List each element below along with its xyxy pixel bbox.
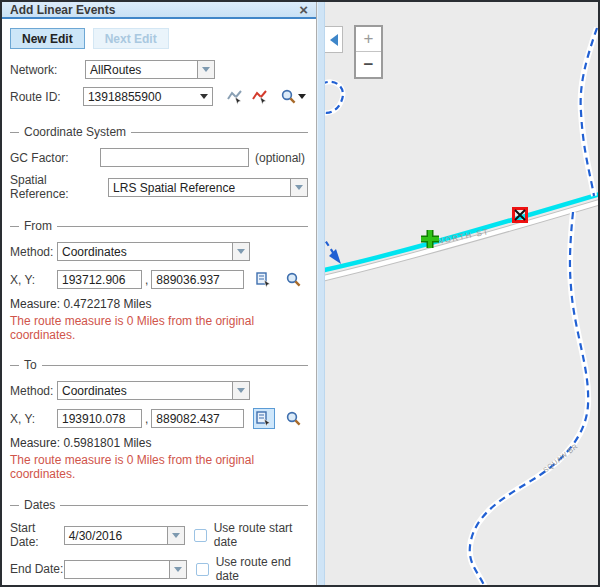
route-id-label: Route ID: [10,90,83,104]
zoom-out-button[interactable]: − [356,52,381,77]
gc-factor-input[interactable] [100,148,249,167]
coordinate-system-legend-text: Coordinate System [24,125,126,139]
spatial-reference-label: Spatial Reference: [10,173,99,201]
gc-factor-label: GC Factor: [10,151,100,165]
next-edit-button: Next Edit [93,28,169,49]
map-canvas: NORTH ST SQUAW BR [325,2,598,585]
from-method-value: Coordinates [58,243,232,260]
use-route-start-date-checkbox[interactable] [194,529,207,542]
start-date-dropdown-button[interactable] [167,527,184,544]
close-icon[interactable]: × [299,2,308,17]
chevron-down-icon[interactable] [200,94,208,99]
map-view[interactable]: NORTH ST SQUAW BR [325,2,598,585]
select-route-on-map-button[interactable] [224,86,245,107]
from-xy-label: X, Y: [10,273,57,287]
from-x-input[interactable] [57,270,142,289]
to-xy-label: X, Y: [10,412,57,426]
route-id-input[interactable] [84,90,200,104]
end-date-label: End Date: [10,562,64,576]
clear-route-selection-button[interactable] [249,86,270,107]
network-row: Network: AllRoutes [10,60,308,79]
to-measure-label: Measure: [10,436,60,450]
chevron-down-icon [295,185,303,190]
network-select[interactable]: AllRoutes [85,60,215,79]
dates-legend: Dates [10,498,308,512]
from-legend: From [10,219,308,233]
to-xy-row: X, Y: , [10,408,308,429]
coordinate-picker-icon [256,272,272,288]
to-method-row: Method: Coordinates [10,381,308,400]
end-date-row: End Date: Use route end date [10,555,308,583]
to-method-select[interactable]: Coordinates [57,381,250,400]
end-date-dropdown-button[interactable] [169,561,186,578]
magnifier-icon [286,411,301,426]
network-value: AllRoutes [86,61,197,78]
from-measure-value: 0.4722178 Miles [63,297,151,311]
from-pick-location-button[interactable] [253,269,275,290]
stream-name-label: SQUAW BR [542,442,580,474]
chevron-left-icon [330,34,338,46]
spatial-reference-row: Spatial Reference: LRS Spatial Reference [10,173,308,201]
stream-arrow-icon [329,249,341,264]
chevron-down-icon[interactable] [298,94,306,99]
optional-hint: (optional) [255,151,305,165]
stream-halo [470,212,588,585]
from-zoom-to-location-button[interactable] [282,269,304,290]
magnifier-icon [286,272,301,287]
start-date-select[interactable]: 4/30/2016 [64,526,185,545]
route-picker-icon [227,89,243,105]
end-date-select[interactable] [64,560,186,579]
from-method-dropdown-button[interactable] [232,243,249,260]
magnifier-icon [281,89,296,104]
to-y-input[interactable] [151,409,244,428]
chevron-down-icon [172,533,180,538]
from-method-select[interactable]: Coordinates [57,242,250,261]
add-linear-events-panel: Add Linear Events × New Edit Next Edit N… [2,2,317,585]
collapse-panel-button[interactable] [325,26,343,53]
route-id-row: Route ID: [10,86,308,107]
route-id-combo[interactable] [83,87,213,106]
panel-body: New Edit Next Edit Network: AllRoutes Ro… [2,19,316,587]
zoom-to-route-button[interactable] [279,86,308,107]
dates-legend-text: Dates [24,498,55,512]
spatial-reference-select[interactable]: LRS Spatial Reference [108,178,308,197]
app-window: Add Linear Events × New Edit Next Edit N… [0,0,600,587]
to-method-label: Method: [10,384,57,398]
from-method-row: Method: Coordinates [10,242,308,261]
panel-header: Add Linear Events × [2,2,316,19]
panel-map-splitter[interactable] [317,2,325,585]
network-dropdown-button[interactable] [197,61,214,78]
to-method-value: Coordinates [58,382,232,399]
xy-separator: , [145,412,148,426]
chevron-down-icon [237,249,245,254]
new-edit-button[interactable]: New Edit [10,28,85,49]
start-date-label: Start Date: [10,521,64,549]
from-legend-text: From [24,219,52,233]
end-date-value [65,561,168,578]
start-date-row: Start Date: 4/30/2016 Use route start da… [10,521,308,549]
from-y-input[interactable] [151,270,244,289]
use-route-end-date-checkbox[interactable] [196,563,209,576]
route-picker-red-icon [252,89,268,105]
from-xy-row: X, Y: , [10,269,308,290]
use-route-start-date-label: Use route start date [214,521,308,549]
to-x-input[interactable] [57,409,142,428]
start-date-value: 4/30/2016 [65,527,167,544]
from-method-label: Method: [10,245,57,259]
to-warning: The route measure is 0 Miles from the or… [10,453,308,481]
panel-title: Add Linear Events [10,3,299,17]
to-pick-location-button[interactable] [253,408,275,429]
from-measure-label: Measure: [10,297,60,311]
stream-halo [325,82,343,113]
network-label: Network: [10,63,85,77]
gc-factor-row: GC Factor: (optional) [10,148,308,167]
chevron-down-icon [237,388,245,393]
edit-button-row: New Edit Next Edit [10,28,308,49]
from-warning: The route measure is 0 Miles from the or… [10,314,308,342]
to-method-dropdown-button[interactable] [232,382,249,399]
to-zoom-to-location-button[interactable] [282,408,304,429]
spatial-reference-dropdown-button[interactable] [290,179,307,196]
zoom-in-button[interactable]: + [356,27,381,52]
to-measure: Measure: 0.5981801 Miles [10,436,308,450]
chevron-down-icon [202,67,210,72]
